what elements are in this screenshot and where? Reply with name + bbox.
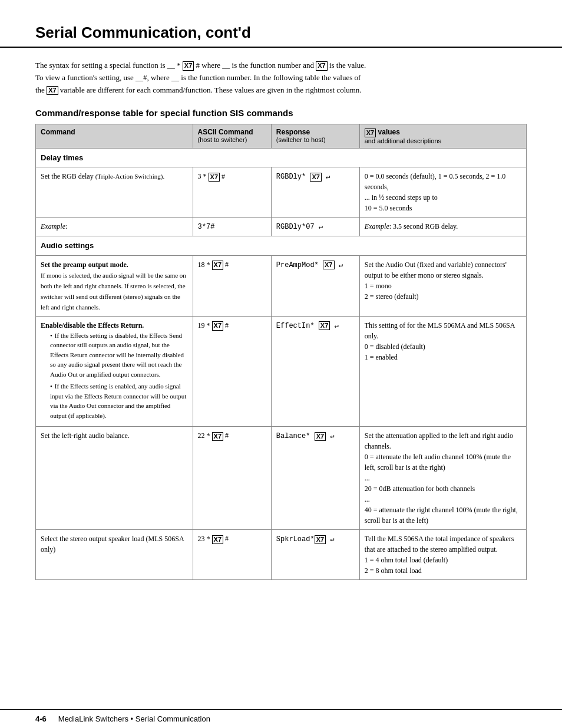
page: Serial Communication, cont'd The syntax … xyxy=(0,0,562,728)
x7-box-3: X7 xyxy=(47,86,58,95)
response-speaker: SpkrLoad*X7 ↵ xyxy=(271,530,359,580)
ascii-rgb-delay: 3 * X7 # xyxy=(193,167,271,218)
response-rgb-delay: RGBDly* X7 ↵ xyxy=(271,167,359,218)
response-balance: Balance* X7 ↵ xyxy=(271,427,359,530)
table-row: Set the left-right audio balance. 22 * X… xyxy=(36,427,527,530)
ascii-speaker: 23 * X7 # xyxy=(193,530,271,580)
page-number: 4-6 xyxy=(35,714,47,723)
x7-box-2: X7 xyxy=(316,61,327,70)
table-row: Enable/disable the Effects Return. If th… xyxy=(36,316,527,427)
cmd-speaker: Select the stereo output speaker load (M… xyxy=(36,530,193,580)
x7-box-resp1: X7 xyxy=(310,173,321,182)
col-header-ascii: ASCII Command (host to switcher) xyxy=(193,124,271,148)
x7-box-balance: X7 xyxy=(212,432,223,441)
table-row: Example: 3*7# RGBDly*07 ↵ Example: 3.5 s… xyxy=(36,218,527,236)
values-speaker: Tell the MLS 506SA the total impedance o… xyxy=(359,530,526,580)
x7-box-1: X7 xyxy=(183,61,194,70)
effects-bullet-2: If the Effects setting is enabled, any a… xyxy=(48,381,188,420)
values-effects: This setting of for the MLS 506MA and ML… xyxy=(359,316,526,427)
col-header-values: X7 values and additional descriptions xyxy=(359,124,526,148)
ascii-balance: 22 * X7 # xyxy=(193,427,271,530)
intro-line1-post: is the value. xyxy=(328,61,366,70)
cmd-effects: Enable/disable the Effects Return. If th… xyxy=(36,316,193,427)
table-row: Set the preamp output mode. If mono is s… xyxy=(36,255,527,316)
response-preamp: PreAmpMod* X7 ↵ xyxy=(271,255,359,316)
group-audio-settings-label: Audio settings xyxy=(36,236,527,256)
x7-box-speaker-resp: X7 xyxy=(315,535,326,544)
response-example: RGBDly*07 ↵ xyxy=(271,218,359,236)
cmd-balance: Set the left-right audio balance. xyxy=(36,427,193,530)
cmd-rgb-delay: Set the RGB delay (Triple-Action Switchi… xyxy=(36,167,193,218)
x7-box-speaker: X7 xyxy=(212,535,223,544)
table-header-row: Command ASCII Command (host to switcher)… xyxy=(36,124,527,148)
values-example: Example: 3.5 second RGB delay. xyxy=(359,218,526,236)
group-delay-times-label: Delay times xyxy=(36,148,527,167)
group-audio-settings: Audio settings xyxy=(36,236,527,256)
x7-box-preamp-resp: X7 xyxy=(323,261,334,269)
intro-line2: To view a function's setting, use __#, w… xyxy=(35,73,361,82)
ascii-example: 3*7# xyxy=(193,218,271,236)
ascii-effects: 19 * X7 # xyxy=(193,316,271,427)
effects-bullet-1: If the Effects setting is disabled, the … xyxy=(48,331,188,380)
x7-box-effects: X7 xyxy=(212,321,223,330)
x7-box-balance-resp: X7 xyxy=(315,432,326,441)
values-balance: Set the attenuation applied to the left … xyxy=(359,427,526,530)
command-table: Command ASCII Command (host to switcher)… xyxy=(35,124,527,580)
cmd-example: Example: xyxy=(36,218,193,236)
col-header-response: Response (switcher to host) xyxy=(271,124,359,148)
table-row: Select the stereo output speaker load (M… xyxy=(36,530,527,580)
ascii-preamp: 18 * X7 # xyxy=(193,255,271,316)
intro-line1-mid: # where __ is the function number and xyxy=(194,61,316,70)
page-header: Serial Communication, cont'd xyxy=(0,0,562,48)
intro-line3-post: variable are different for each command/… xyxy=(58,85,362,94)
footer-text: MediaLink Switchers • Serial Communicati… xyxy=(58,714,210,723)
x7-box-header: X7 xyxy=(365,129,376,137)
intro-paragraph: The syntax for setting a special functio… xyxy=(35,60,527,96)
page-footer: 4-6 MediaLink Switchers • Serial Communi… xyxy=(0,709,562,728)
response-effects: EffectIn* X7 ↵ xyxy=(271,316,359,427)
intro-line1-pre: The syntax for setting a special functio… xyxy=(35,61,183,70)
x7-box-effects-resp: X7 xyxy=(319,321,330,330)
page-title: Serial Communication, cont'd xyxy=(35,24,251,41)
x7-box-preamp: X7 xyxy=(212,261,223,269)
cmd-preamp: Set the preamp output mode. If mono is s… xyxy=(36,255,193,316)
x7-box-row1: X7 xyxy=(209,173,220,182)
group-delay-times: Delay times xyxy=(36,148,527,167)
intro-line3-pre: the xyxy=(35,85,47,94)
main-content: The syntax for setting a special functio… xyxy=(0,60,562,709)
values-rgb-delay: 0 = 0.0 seconds (default), 1 = 0.5 secon… xyxy=(359,167,526,218)
section-title: Command/response table for special funct… xyxy=(35,108,527,118)
table-row: Set the RGB delay (Triple-Action Switchi… xyxy=(36,167,527,218)
values-preamp: Set the Audio Out (fixed and variable) c… xyxy=(359,255,526,316)
col-header-command: Command xyxy=(36,124,193,148)
